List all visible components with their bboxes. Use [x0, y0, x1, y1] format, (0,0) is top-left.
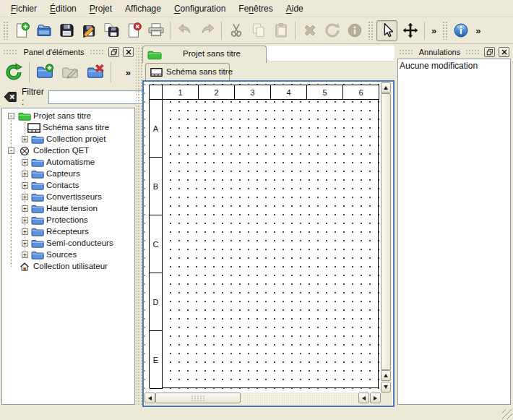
expand-icon[interactable]: + — [22, 171, 28, 177]
folder-blue-icon — [31, 227, 44, 237]
close-file-button[interactable] — [122, 20, 145, 42]
open-project-button[interactable] — [33, 20, 55, 42]
new-document-button[interactable] — [10, 20, 33, 42]
delete-button[interactable] — [298, 20, 321, 42]
print-button[interactable] — [145, 20, 167, 42]
save-as-icon — [80, 22, 98, 39]
redo-button[interactable] — [196, 20, 218, 42]
reload-collections-button[interactable] — [2, 61, 25, 84]
save-as-button[interactable] — [77, 20, 100, 42]
left-dock-float-button[interactable] — [108, 47, 119, 57]
rotate-button[interactable] — [321, 20, 343, 42]
horizontal-scrollbar-thumb[interactable] — [155, 393, 241, 403]
tree-item[interactable]: +Protections — [2, 215, 134, 226]
edit-folder-icon — [61, 63, 79, 82]
scroll-down-button[interactable] — [381, 382, 391, 393]
info-gray-icon — [346, 22, 363, 39]
scroll-right-button[interactable] — [370, 393, 381, 403]
right-dock-close-button[interactable] — [499, 47, 509, 57]
expand-icon[interactable]: + — [22, 159, 28, 166]
save-all-button[interactable] — [100, 20, 122, 42]
about-info-button[interactable] — [449, 20, 472, 42]
expand-icon[interactable]: + — [22, 136, 28, 142]
menu-configuration[interactable]: Configuration — [168, 1, 232, 17]
new-category-button[interactable] — [33, 61, 56, 84]
tree-item[interactable]: -Projet sans titre — [2, 111, 134, 122]
tree-item[interactable]: +Automatisme — [2, 157, 134, 168]
scroll-up-button[interactable] — [381, 82, 391, 93]
paste-button[interactable] — [270, 20, 292, 42]
folder-blue-icon — [31, 158, 44, 168]
tree-item[interactable]: +Contacts — [2, 180, 134, 192]
toolbar-drag-handle[interactable] — [368, 21, 373, 40]
left-dock-close-button[interactable] — [123, 47, 134, 57]
save-button[interactable] — [55, 20, 77, 42]
toolbar-overflow-button[interactable]: » — [428, 25, 440, 36]
undo-button[interactable] — [173, 20, 196, 42]
scroll-up-button2[interactable] — [381, 370, 391, 381]
move-mode-button[interactable] — [399, 20, 421, 42]
element-info-button[interactable] — [343, 20, 366, 42]
toolbar-overflow2-button[interactable]: » — [472, 25, 484, 36]
element-tree[interactable]: -Projet sans titreSchéma sans titre+Coll… — [1, 108, 135, 405]
undo-history-list[interactable]: Aucune modification — [397, 59, 511, 405]
tree-item[interactable]: +Sources — [2, 249, 134, 261]
toolbar-drag-handle[interactable] — [442, 21, 447, 40]
filter-label: Filtrer : — [22, 87, 44, 107]
tree-item[interactable]: +Convertisseurs — [2, 192, 134, 203]
select-mode-button[interactable] — [376, 20, 397, 41]
info-blue-icon — [452, 22, 470, 39]
horizontal-scrollbar[interactable] — [145, 393, 381, 405]
collections-toolbar-overflow-button[interactable]: » — [122, 67, 134, 78]
resize-grip[interactable] — [502, 409, 512, 419]
tree-item[interactable]: +Semi-conducteurs — [2, 238, 134, 249]
project-tab[interactable]: Projet sans titre — [142, 46, 267, 63]
clear-filter-icon[interactable] — [3, 90, 17, 104]
tree-item[interactable]: -Collection QET — [2, 145, 134, 157]
tree-item[interactable]: +Récepteurs — [2, 226, 134, 238]
menu-projet[interactable]: Projet — [83, 1, 118, 17]
schema-tab[interactable]: Schéma sans titre — [145, 63, 230, 80]
collapse-icon[interactable]: - — [8, 113, 14, 119]
delete-category-button[interactable] — [84, 61, 107, 84]
scroll-left-button[interactable] — [145, 393, 155, 403]
vertical-scrollbar-thumb[interactable] — [381, 93, 391, 370]
undo-panel-dock: Annulations Aucune modification — [397, 46, 512, 405]
right-dock-float-button[interactable] — [484, 47, 495, 57]
menu-edition[interactable]: Édition — [43, 1, 83, 17]
tree-item-label: Collection QET — [33, 146, 89, 155]
home-icon — [18, 262, 31, 272]
tree-item[interactable]: Collection utilisateur — [2, 261, 134, 273]
expand-icon[interactable]: + — [22, 217, 28, 223]
copy-button[interactable] — [247, 20, 270, 42]
scroll-left-button2[interactable] — [358, 393, 369, 403]
move-arrows-icon — [402, 22, 419, 39]
right-dock-title-bar[interactable]: Annulations — [397, 46, 512, 58]
cut-button[interactable] — [225, 20, 247, 42]
edit-category-button[interactable] — [59, 61, 82, 84]
expand-icon[interactable]: + — [22, 240, 28, 247]
schema-tab-bar: Schéma sans titre — [142, 63, 395, 80]
menu-aide[interactable]: Aide — [280, 1, 310, 17]
dock-splitter-handle[interactable] — [136, 46, 142, 405]
undo-history-item[interactable]: Aucune modification — [400, 60, 509, 72]
tree-item[interactable]: +Capteurs — [2, 168, 134, 180]
expand-icon[interactable]: + — [22, 194, 28, 200]
tree-item[interactable]: Schéma sans titre — [2, 122, 134, 134]
expand-icon[interactable]: + — [22, 252, 28, 258]
menu-affichage[interactable]: Affichage — [118, 1, 168, 17]
tree-item[interactable]: +Haute tension — [2, 203, 134, 215]
menu-fichier[interactable]: Fichier — [4, 1, 43, 17]
diagram-canvas[interactable]: 123456ABCDE — [145, 82, 381, 393]
expand-icon[interactable]: + — [22, 228, 28, 235]
menu-fenetres[interactable]: Fenêtres — [232, 1, 279, 17]
vertical-scrollbar[interactable] — [381, 82, 392, 393]
redo-icon — [199, 22, 216, 39]
tree-item[interactable]: +Collection projet — [2, 134, 134, 145]
expand-icon[interactable]: + — [22, 182, 28, 189]
collapse-icon[interactable]: - — [8, 147, 14, 154]
left-dock-title-bar[interactable]: Panel d'éléments — [1, 46, 136, 58]
expand-icon[interactable]: + — [22, 205, 28, 212]
folder-blue-icon — [31, 215, 44, 226]
toolbar-drag-handle[interactable] — [3, 21, 8, 40]
